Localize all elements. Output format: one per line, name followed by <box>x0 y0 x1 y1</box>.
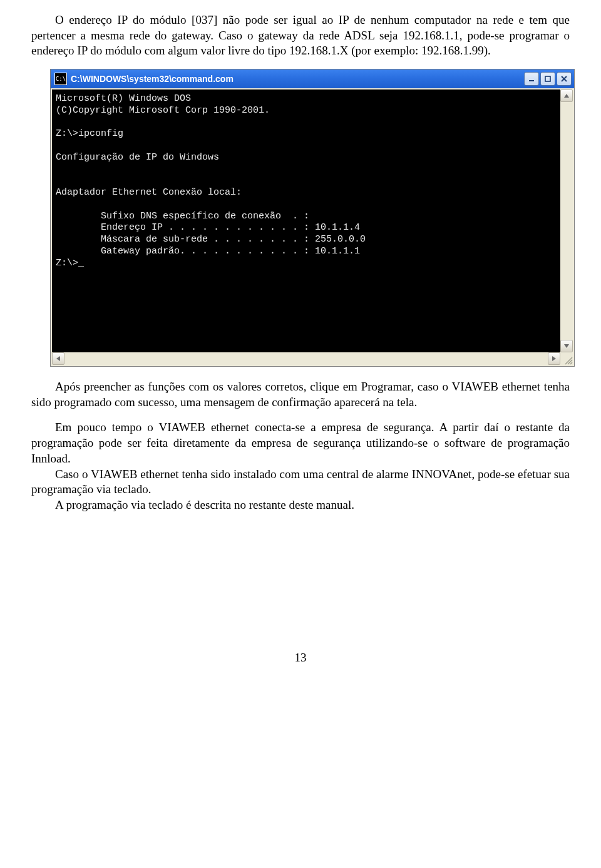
app-icon: C:\ <box>54 73 67 85</box>
window-titlebar[interactable]: C:\ C:\WINDOWS\system32\command.com <box>51 69 574 88</box>
paragraph-2: Após preencher as funções com os valores… <box>31 379 570 410</box>
scroll-right-button[interactable] <box>548 352 560 365</box>
paragraph-5: A programação via teclado é descrita no … <box>31 498 570 513</box>
paragraph-5-text: A programação via teclado é descrita no … <box>55 498 354 511</box>
minimize-button[interactable] <box>524 72 539 86</box>
maximize-button[interactable] <box>540 72 555 86</box>
vertical-scroll-track[interactable] <box>560 102 573 340</box>
horizontal-scroll-track[interactable] <box>64 352 548 365</box>
svg-rect-1 <box>545 76 550 81</box>
scroll-left-button[interactable] <box>52 352 64 365</box>
paragraph-1: O endereço IP do módulo [037] não pode s… <box>31 13 570 59</box>
paragraph-3-text: Em pouco tempo o VIAWEB ethernet conecta… <box>31 421 570 464</box>
resize-grip[interactable] <box>560 352 573 365</box>
paragraph-4-text: Caso o VIAWEB ethernet tenha sido instal… <box>31 467 570 496</box>
scroll-down-button[interactable] <box>560 340 573 352</box>
scroll-up-button[interactable] <box>560 89 573 102</box>
paragraph-3: Em pouco tempo o VIAWEB ethernet conecta… <box>31 420 570 466</box>
app-icon-text: C:\ <box>56 76 66 82</box>
horizontal-scrollbar[interactable] <box>52 352 573 365</box>
paragraph-4: Caso o VIAWEB ethernet tenha sido instal… <box>31 467 570 498</box>
close-button[interactable] <box>557 72 572 86</box>
command-prompt-window: C:\ C:\WINDOWS\system32\command.com Micr… <box>50 69 575 367</box>
page-number: 13 <box>31 651 570 665</box>
window-title: C:\WINDOWS\system32\command.com <box>71 74 524 84</box>
paragraph-1-text: O endereço IP do módulo [037] não pode s… <box>31 13 570 57</box>
vertical-scrollbar[interactable] <box>560 89 573 352</box>
console-output: Microsoft(R) Windows DOS (C)Copyright Mi… <box>52 89 560 352</box>
svg-rect-0 <box>529 80 534 81</box>
window-controls <box>524 72 572 86</box>
paragraph-2-text: Após preencher as funções com os valores… <box>31 380 570 409</box>
